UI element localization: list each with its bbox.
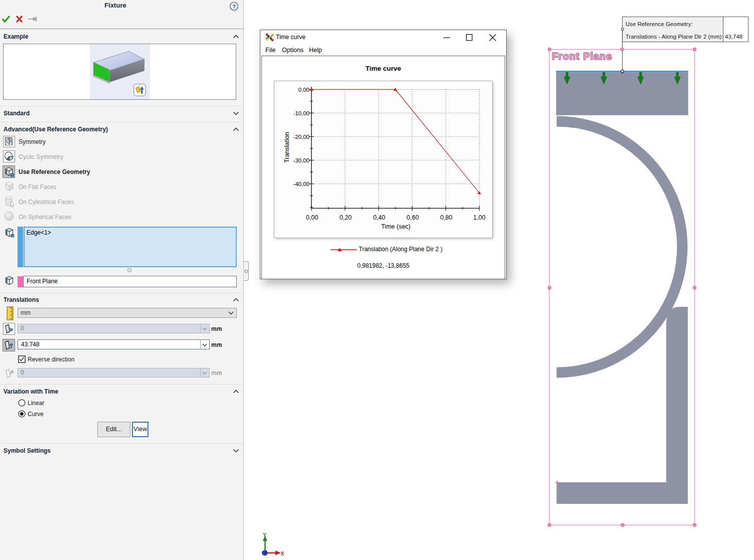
svg-text:0,00: 0,00 [306, 214, 318, 221]
svg-text:Z: Z [262, 550, 266, 556]
svg-text:0,80: 0,80 [440, 214, 452, 221]
svg-text:Time (sec): Time (sec) [381, 223, 411, 230]
svg-text:?: ? [232, 4, 236, 10]
svg-text:0,00: 0,00 [298, 87, 310, 93]
svg-text:-20,00: -20,00 [293, 134, 310, 140]
svg-text:0,40: 0,40 [373, 214, 385, 221]
svg-text:1,00: 1,00 [473, 214, 485, 221]
svg-text:X: X [281, 551, 284, 556]
svg-text:-40,00: -40,00 [293, 181, 310, 187]
svg-text:Translation: Translation [283, 132, 290, 162]
svg-text:-30,00: -30,00 [293, 157, 310, 163]
svg-text:0,60: 0,60 [407, 214, 419, 221]
svg-text:Front Plane: Front Plane [552, 51, 612, 62]
svg-text:0,20: 0,20 [340, 214, 352, 221]
svg-text:-10,00: -10,00 [293, 110, 310, 116]
